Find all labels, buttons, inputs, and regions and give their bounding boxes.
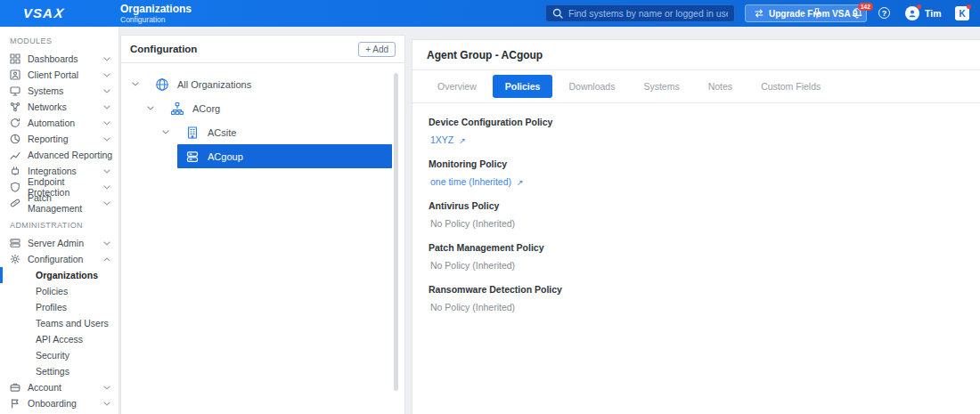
policy-link[interactable]: one time (Inherited)↗	[429, 176, 964, 187]
server-admin-icon	[10, 238, 20, 248]
globe-icon	[155, 77, 169, 92]
sidebar-item-systems[interactable]: Systems	[0, 83, 118, 99]
modules-section-label: MODULES	[0, 27, 118, 51]
account-icon	[10, 382, 20, 393]
client-portal-icon	[10, 69, 20, 80]
kaseya-notification-dot	[967, 4, 971, 9]
group-icon	[185, 150, 200, 164]
user-name: Tim	[925, 8, 941, 19]
configuration-panel: Configuration + Add All OrganizationsACo…	[120, 35, 405, 414]
sidebar-item-patch-management[interactable]: Patch Management	[0, 195, 118, 211]
external-link-icon: ↗	[517, 178, 524, 187]
tree-node-label: All Organizations	[177, 79, 251, 90]
advanced-reporting-icon	[10, 150, 20, 160]
detail-title: Agent Group - ACgoup	[412, 40, 980, 70]
content-area: MODULES DashboardsClient PortalSystemsNe…	[0, 27, 980, 414]
patch-management-icon	[10, 198, 20, 208]
chevron-down-icon	[147, 106, 159, 110]
policy-link[interactable]: 1XYZ↗	[429, 134, 964, 145]
sidebar-item-api-access[interactable]: API Access	[0, 331, 118, 347]
configuration-icon	[10, 254, 20, 264]
sidebar-item-onboarding[interactable]: Onboarding	[0, 395, 118, 411]
search-icon	[552, 8, 563, 19]
policy-section-label: Patch Management Policy	[429, 242, 964, 253]
sidebar-item-label: Dashboards	[28, 53, 78, 64]
configuration-panel-header: Configuration + Add	[121, 36, 404, 63]
add-button[interactable]: + Add	[358, 42, 396, 57]
page-header: Organizations Configuration	[120, 3, 192, 24]
chevron-down-icon	[103, 57, 110, 61]
search-input[interactable]	[568, 8, 728, 19]
notification-badge: 142	[858, 3, 873, 11]
sidebar-item-label: Integrations	[28, 166, 77, 176]
pin-icon[interactable]	[811, 7, 823, 20]
integrations-icon	[10, 166, 20, 176]
user-menu[interactable]: Tim	[905, 6, 941, 20]
onboarding-icon	[10, 398, 20, 409]
tree-node-acgoup[interactable]: ACgoup	[177, 144, 392, 168]
chevron-down-icon	[103, 241, 110, 246]
sidebar-item-security[interactable]: Security	[0, 347, 118, 363]
sidebar-item-teams-and-users[interactable]: Teams and Users	[0, 315, 118, 331]
sidebar-item-label: Networks	[28, 101, 67, 112]
policy-section-label: Monitoring Policy	[429, 158, 964, 169]
notifications-button[interactable]: 142	[851, 7, 863, 20]
tab-custom-fields[interactable]: Custom Fields	[748, 75, 833, 98]
tree-node-label: ACsite	[208, 127, 236, 138]
sidebar-item-organizations[interactable]: Organizations	[0, 267, 118, 283]
scrollbar[interactable]	[394, 73, 398, 391]
sidebar-item-client-portal[interactable]: Client Portal	[0, 67, 118, 83]
tab-policies[interactable]: Policies	[493, 75, 553, 98]
sidebar-item-profiles[interactable]: Profiles	[0, 299, 118, 315]
tree-node-label: ACorg	[192, 103, 220, 114]
sidebar-item-label: Server Admin	[28, 238, 84, 248]
sidebar-item-label: Configuration	[28, 254, 83, 264]
external-link-icon: ↗	[459, 136, 466, 145]
sidebar-item-label: Systems	[28, 85, 63, 96]
chevron-down-icon	[103, 169, 110, 174]
tab-systems[interactable]: Systems	[631, 75, 691, 98]
chevron-down-icon	[103, 89, 110, 93]
tree-node-all-organizations[interactable]: All Organizations	[121, 72, 404, 96]
tab-overview[interactable]: Overview	[425, 75, 489, 98]
logo-text: VSA	[23, 5, 53, 20]
sidebar-item-label: Advanced Reporting	[28, 150, 112, 160]
sidebar-item-advanced-reporting[interactable]: Advanced Reporting	[0, 147, 118, 163]
chevron-down-icon	[103, 105, 110, 110]
sidebar-item-server-admin[interactable]: Server Admin	[0, 235, 118, 251]
chevron-down-icon	[103, 121, 110, 126]
chevron-down-icon	[103, 137, 110, 142]
global-search[interactable]	[545, 4, 735, 22]
kaseya-app-icon[interactable]: K	[955, 6, 969, 20]
upgrade-button[interactable]: Upgrade From VSA 9	[745, 4, 867, 22]
sidebar-item-automation[interactable]: Automation	[0, 115, 118, 131]
sidebar-item-dashboards[interactable]: Dashboards	[0, 51, 118, 67]
chevron-down-icon	[103, 185, 110, 190]
policy-section-label: Ransomware Detection Policy	[429, 284, 964, 295]
sidebar-item-label: Onboarding	[28, 398, 77, 409]
tree-node-acorg[interactable]: ACorg	[121, 96, 404, 120]
tree-node-label: ACgoup	[208, 151, 243, 162]
policy-value: No Policy (Inherited)	[429, 218, 964, 229]
avatar	[905, 6, 919, 20]
sidebar-item-label: Reporting	[28, 134, 69, 144]
vsa-logo[interactable]: VSA X	[23, 5, 64, 20]
sidebar-item-policies[interactable]: Policies	[0, 283, 118, 299]
sidebar-item-reporting[interactable]: Reporting	[0, 131, 118, 147]
chevron-down-icon	[103, 402, 110, 406]
chevron-down-icon	[103, 386, 110, 390]
help-button[interactable]: ?	[878, 7, 890, 19]
policy-section-antivirus-policy: Antivirus PolicyNo Policy (Inherited)	[429, 200, 964, 229]
sidebar-item-account[interactable]: Account	[0, 379, 118, 395]
tab-notes[interactable]: Notes	[696, 75, 745, 98]
tree-node-acsite[interactable]: ACsite	[121, 120, 404, 144]
topbar: VSA X Organizations Configuration Upgrad…	[0, 0, 980, 27]
sidebar-item-networks[interactable]: Networks	[0, 99, 118, 115]
chevron-down-icon	[103, 73, 110, 77]
sidebar-item-settings[interactable]: Settings	[0, 363, 118, 379]
sidebar-item-configuration[interactable]: Configuration	[0, 251, 118, 267]
policy-value: No Policy (Inherited)	[429, 260, 964, 271]
tab-downloads[interactable]: Downloads	[556, 75, 627, 98]
systems-icon	[10, 85, 20, 96]
chevron-up-icon	[103, 257, 110, 262]
